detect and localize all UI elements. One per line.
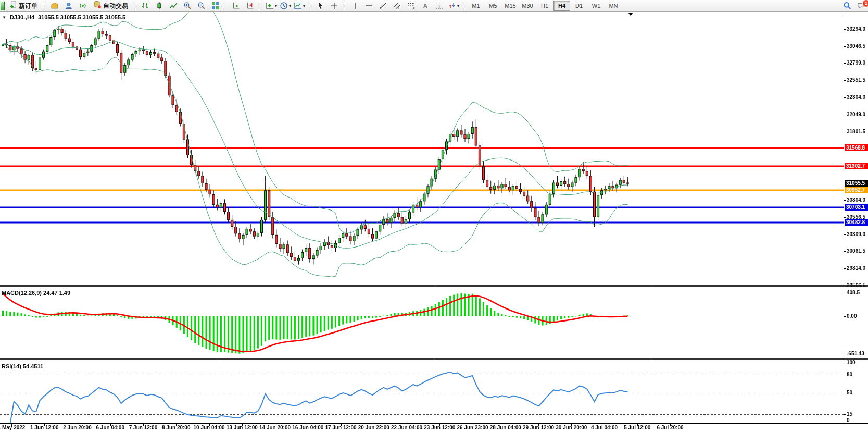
- chart-symbol-period: DJ30-,H4: [10, 14, 34, 21]
- vertical-line-icon[interactable]: [348, 0, 362, 11]
- timeframe-m30[interactable]: M30: [519, 1, 536, 11]
- dropdown-arrow-icon[interactable]: ▾: [303, 4, 305, 8]
- new-order-icon: [9, 1, 17, 11]
- zoom-out-icon[interactable]: [195, 0, 208, 11]
- new-order-button[interactable]: 新订单: [6, 0, 41, 11]
- chart-window: 33294.033046.532799.032551.532304.032049…: [0, 12, 868, 432]
- tile-windows-icon[interactable]: [209, 0, 222, 11]
- toolbar: 新订单自动交易▾▾▾EFAT▾M1M5M15M30H1H4D1W1MN1: [0, 0, 868, 12]
- templates-icon[interactable]: ▾: [293, 0, 306, 11]
- toolbar-separator: [343, 2, 346, 10]
- candlestick-icon[interactable]: [153, 0, 166, 11]
- market-icon[interactable]: [48, 0, 61, 11]
- svg-text:E: E: [398, 6, 401, 10]
- autotrade-label: 自动交易: [103, 2, 128, 10]
- notification-badge: 1: [862, 0, 868, 7]
- dropdown-arrow-icon[interactable]: ▾: [457, 4, 459, 8]
- timeframe-m5[interactable]: M5: [485, 1, 501, 11]
- svg-text:T: T: [438, 4, 441, 9]
- timeframe-w1[interactable]: W1: [588, 1, 605, 11]
- autotrade-icon: [93, 1, 102, 11]
- chart-title: ▼ DJ30-,H4 31055.5 31055.5 31055.5 31055…: [2, 14, 125, 21]
- horizontal-line-icon[interactable]: [362, 0, 376, 11]
- zoom-in-icon[interactable]: [181, 0, 194, 11]
- autotrade-button[interactable]: 自动交易: [90, 0, 131, 11]
- fibonacci-icon[interactable]: F: [405, 0, 418, 11]
- text-icon[interactable]: A: [419, 0, 432, 11]
- clipped-button-fragment: [1, 2, 5, 10]
- arrows-icon[interactable]: ▾: [447, 0, 460, 11]
- toolbar-separator: [133, 2, 136, 10]
- cursor-icon[interactable]: [313, 0, 327, 11]
- toolbar-separator: [462, 2, 466, 10]
- toolbar-separator: [224, 2, 228, 10]
- dropdown-arrow-icon[interactable]: ▾: [275, 4, 277, 8]
- macd-indicator-label: MACD(12,26,9) 24.47 1.49: [2, 290, 70, 296]
- chart-shift-icon[interactable]: [244, 0, 257, 11]
- rsi-indicator-label: RSI(14) 54.4511: [2, 363, 43, 369]
- timeframe-mn[interactable]: MN: [605, 1, 622, 11]
- signals-icon[interactable]: [76, 0, 90, 11]
- chart-shift-marker-icon: [628, 13, 633, 16]
- trendline-icon[interactable]: [376, 0, 390, 11]
- chart-quotes: 31055.5 31055.5 31055.5 31055.5: [38, 14, 125, 21]
- toolbar-separator: [43, 2, 46, 10]
- dropdown-arrow-icon[interactable]: ▾: [289, 4, 291, 8]
- chat-icon[interactable]: 1: [854, 0, 868, 11]
- community-icon[interactable]: [62, 0, 76, 11]
- timeframe-h1[interactable]: H1: [536, 1, 553, 11]
- timeframe-m1[interactable]: M1: [468, 1, 484, 11]
- collapse-arrow-icon[interactable]: ▼: [2, 14, 6, 21]
- line-chart-icon[interactable]: [167, 0, 180, 11]
- periods-icon[interactable]: ▾: [279, 0, 292, 11]
- timeframe-m15[interactable]: M15: [502, 1, 519, 11]
- toolbar-separator: [259, 2, 262, 10]
- indicators-icon[interactable]: ▾: [265, 0, 278, 11]
- search-icon[interactable]: [840, 0, 854, 11]
- auto-scroll-icon[interactable]: [230, 0, 243, 11]
- timeframe-h4[interactable]: H4: [553, 1, 570, 11]
- chart-canvas[interactable]: [0, 12, 868, 432]
- new-order-label: 新订单: [19, 2, 37, 10]
- svg-text:A: A: [423, 3, 428, 10]
- crosshair-icon[interactable]: [328, 0, 341, 11]
- text-label-icon[interactable]: T: [433, 0, 446, 11]
- timeframe-d1[interactable]: D1: [571, 1, 587, 11]
- toolbar-separator: [308, 2, 311, 10]
- channel-icon[interactable]: E: [391, 0, 404, 11]
- svg-text:F: F: [413, 7, 415, 10]
- bar-chart-icon[interactable]: [139, 0, 152, 11]
